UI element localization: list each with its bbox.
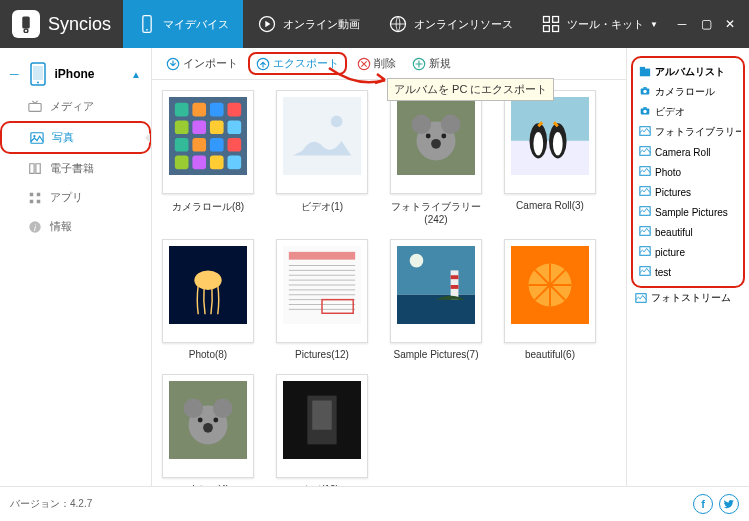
window-controls: ─ ▢ ✕	[675, 17, 749, 31]
chevron-down-icon: ▼	[650, 20, 658, 29]
svg-rect-16	[30, 192, 34, 196]
nav-my-device[interactable]: マイデバイス	[123, 0, 243, 48]
album-thumbnail[interactable]: Pictures(12)	[276, 239, 368, 360]
svg-rect-39	[175, 156, 189, 170]
thumb-image	[511, 97, 589, 175]
svg-rect-106	[643, 107, 646, 109]
album-list-photostream[interactable]: フォトストリーム	[631, 288, 745, 308]
album-grid-scroll[interactable]: カメラロール(8)ビデオ(1)フォトライブラリー(242)Camera Roll…	[152, 80, 626, 486]
album-thumbnail[interactable]: Camera Roll(3)	[504, 90, 596, 225]
import-button[interactable]: インポート	[160, 54, 244, 73]
thumb-frame	[276, 90, 368, 194]
album-list-item[interactable]: Sample Pictures	[635, 202, 741, 222]
album-list-item[interactable]: ビデオ	[635, 102, 741, 122]
svg-rect-8	[544, 26, 550, 32]
collapse-icon[interactable]: ▲	[131, 69, 141, 80]
album-list-item[interactable]: フォトライブラリー	[635, 122, 741, 142]
svg-point-92	[213, 399, 233, 419]
album-thumbnail[interactable]: test(10)	[276, 374, 368, 486]
svg-point-44	[331, 116, 343, 128]
new-icon	[412, 57, 426, 71]
album-thumbnail[interactable]: フォトライブラリー(242)	[390, 90, 482, 225]
svg-point-105	[643, 110, 646, 113]
svg-rect-7	[553, 17, 559, 23]
nav-online-resource[interactable]: オンラインリソース	[374, 0, 527, 48]
book-icon	[28, 162, 42, 176]
album-list-item[interactable]: test	[635, 262, 741, 282]
svg-rect-100	[640, 67, 645, 70]
sidebar-item-apps[interactable]: アプリ	[0, 183, 151, 212]
title-bar: Syncios マイデバイス オンライン動画 オンラインリソース ツール・キット…	[0, 0, 749, 48]
new-button[interactable]: 新規	[406, 54, 457, 73]
svg-point-50	[426, 134, 431, 139]
album-list-header[interactable]: アルバムリスト	[635, 62, 741, 82]
close-button[interactable]: ✕	[723, 17, 737, 31]
nav-toolkit[interactable]: ツール・キット ▼	[527, 0, 672, 48]
svg-point-12	[37, 82, 39, 84]
album-thumbnail[interactable]: Photo(8)	[162, 239, 254, 360]
album-thumbnail[interactable]: beautiful(6)	[504, 239, 596, 360]
album-folder-icon	[639, 66, 651, 78]
album-thumbnail[interactable]: カメラロール(8)	[162, 90, 254, 225]
album-item-icon	[639, 265, 651, 279]
svg-point-55	[533, 132, 543, 155]
album-item-label: ビデオ	[655, 105, 685, 119]
svg-point-75	[410, 254, 424, 268]
album-item-icon	[639, 125, 651, 139]
album-list-item[interactable]: picture	[635, 242, 741, 262]
sidebar-item-info[interactable]: i 情報	[0, 212, 151, 241]
sidebar-item-media[interactable]: メディア	[0, 92, 151, 121]
twitter-button[interactable]	[719, 494, 739, 514]
device-row[interactable]: ─ iPhone ▲	[0, 56, 151, 92]
thumb-frame	[276, 374, 368, 478]
svg-rect-19	[37, 199, 41, 203]
svg-point-57	[553, 132, 563, 155]
svg-point-102	[643, 90, 646, 93]
sidebar-item-ebook[interactable]: 電子書籍	[0, 154, 151, 183]
thumb-label: Pictures(12)	[295, 349, 349, 360]
album-list-item[interactable]: カメラロール	[635, 82, 741, 102]
album-list-item[interactable]: Camera Roll	[635, 142, 741, 162]
svg-rect-11	[33, 66, 43, 80]
svg-rect-30	[228, 103, 242, 117]
thumb-frame	[162, 90, 254, 194]
album-thumbnail[interactable]: ビデオ(1)	[276, 90, 368, 225]
app-logo-icon	[12, 10, 40, 38]
album-list-item[interactable]: beautiful	[635, 222, 741, 242]
nav-online-video[interactable]: オンライン動画	[243, 0, 374, 48]
svg-rect-32	[192, 120, 206, 134]
svg-rect-6	[544, 17, 550, 23]
thumb-frame	[276, 239, 368, 343]
thumb-label: Camera Roll(3)	[516, 200, 584, 211]
album-list-item[interactable]: Photo	[635, 162, 741, 182]
minimize-button[interactable]: ─	[675, 17, 689, 31]
album-list-item[interactable]: Pictures	[635, 182, 741, 202]
svg-point-49	[431, 139, 441, 149]
album-thumbnail[interactable]: picture(4)	[162, 374, 254, 486]
toolbar: インポート エクスポート 削除 新規 アルバムを PC にエクスポート	[152, 48, 626, 80]
thumb-frame	[162, 374, 254, 478]
svg-point-48	[441, 115, 461, 135]
thumb-label: picture(4)	[187, 484, 229, 486]
facebook-button[interactable]: f	[693, 494, 713, 514]
album-item-label: test	[655, 267, 671, 278]
album-thumbnail[interactable]: Sample Pictures(7)	[390, 239, 482, 360]
album-item-label: カメラロール	[655, 85, 715, 99]
sidebar-item-photo[interactable]: 写真	[0, 121, 151, 154]
album-item-icon	[639, 105, 651, 119]
thumb-label: フォトライブラリー(242)	[390, 200, 482, 225]
thumb-label: Photo(8)	[189, 349, 227, 360]
maximize-button[interactable]: ▢	[699, 17, 713, 31]
main-area: インポート エクスポート 削除 新規 アルバムを PC にエクスポート カメラロ…	[152, 48, 627, 486]
svg-rect-99	[640, 69, 650, 77]
svg-rect-98	[312, 401, 332, 430]
svg-rect-13	[29, 103, 41, 111]
album-item-label: picture	[655, 247, 685, 258]
thumb-frame	[504, 239, 596, 343]
svg-rect-38	[228, 138, 242, 152]
svg-point-3	[146, 29, 148, 31]
svg-rect-27	[175, 103, 189, 117]
svg-rect-29	[210, 103, 224, 117]
svg-rect-41	[210, 156, 224, 170]
svg-rect-73	[397, 246, 475, 295]
